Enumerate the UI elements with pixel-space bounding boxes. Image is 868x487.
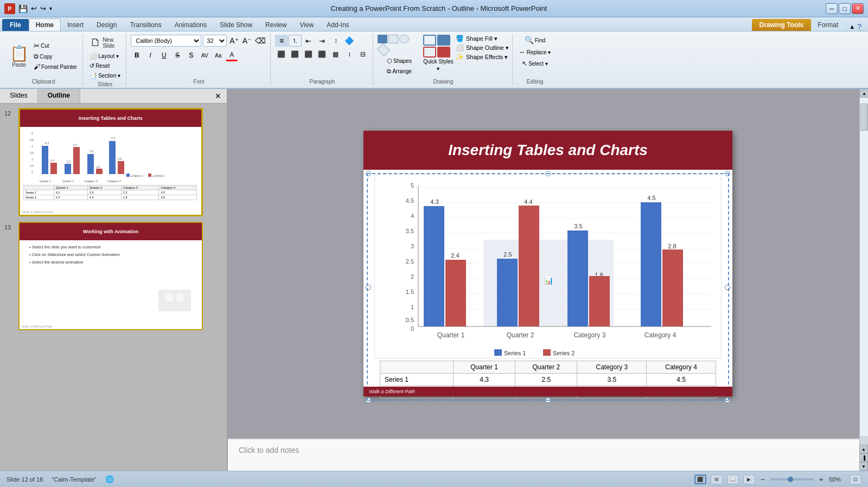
text-direction-button[interactable]: ↕: [343, 48, 356, 60]
char-spacing-button[interactable]: AV: [199, 49, 210, 61]
bold-button[interactable]: B: [131, 49, 143, 61]
decrease-indent-button[interactable]: ⇤: [302, 35, 315, 47]
shadow-button[interactable]: S: [185, 49, 197, 61]
increase-indent-button[interactable]: ⇥: [316, 35, 329, 47]
format-painter-button[interactable]: 🖌 Format Painter: [31, 62, 79, 72]
font-family-select[interactable]: Calibri (Body): [131, 35, 201, 47]
handle-top-right[interactable]: [725, 171, 730, 176]
tab-animations[interactable]: Animations: [168, 19, 213, 31]
handle-right[interactable]: [725, 285, 730, 290]
bullets-button[interactable]: ≡: [275, 35, 288, 47]
find-button[interactable]: 🔍 Find: [522, 35, 547, 46]
cut-button[interactable]: ✂ Cut: [31, 41, 79, 51]
canvas-scroll-step-up[interactable]: ▲: [859, 445, 868, 453]
zoom-slider[interactable]: [770, 478, 814, 480]
normal-view-btn[interactable]: ⬛: [694, 475, 706, 484]
notes-area[interactable]: Click to add notes: [228, 438, 868, 471]
panel-tab-outline[interactable]: Outline: [38, 89, 80, 103]
minimize-button[interactable]: ─: [826, 3, 838, 14]
canvas-scroll-up[interactable]: ▲: [860, 89, 868, 98]
paste-button[interactable]: 📋 Paste: [8, 43, 30, 69]
line-spacing-button[interactable]: ↕: [329, 35, 342, 47]
shape-effects-button[interactable]: ✨ Shape Effects ▾: [456, 53, 509, 61]
slide-thumb-12[interactable]: Inserting Tables and Charts 5 4.5 4 3.5 …: [18, 108, 203, 216]
increase-font-size[interactable]: A⁺: [228, 36, 239, 45]
handle-bottom-left[interactable]: [366, 398, 371, 403]
new-slide-button[interactable]: 🗋 New Slide: [87, 35, 117, 50]
replace-button[interactable]: ↔ Replace ▾: [517, 47, 553, 57]
select-button[interactable]: ↖ Select ▾: [520, 59, 550, 68]
section-button[interactable]: 📑 Section ▾: [87, 71, 123, 80]
numbering-button[interactable]: ⒈: [289, 35, 302, 47]
tab-format[interactable]: Format: [811, 19, 845, 31]
tab-slideshow[interactable]: Slide Show: [213, 19, 259, 31]
tab-drawing-tools[interactable]: Drawing Tools: [752, 19, 812, 31]
columns-button[interactable]: ▦: [329, 48, 342, 60]
shapes-button[interactable]: ⬡ Shapes: [385, 56, 414, 66]
slide-num-12: 12: [4, 110, 15, 117]
panel-tab-slides[interactable]: Slides: [0, 89, 38, 103]
zoom-thumb[interactable]: [788, 477, 793, 482]
canvas-scroll-thumb[interactable]: [860, 104, 868, 131]
decrease-font-size[interactable]: A⁻: [241, 36, 252, 45]
handle-left[interactable]: [366, 285, 371, 290]
svg-text:4.5: 4.5: [406, 197, 414, 204]
add-smartart-button[interactable]: 🔷: [343, 35, 356, 47]
replace-icon: ↔: [519, 48, 526, 56]
ribbon-collapse[interactable]: ▲: [849, 23, 855, 30]
copy-button[interactable]: ⧉ Copy: [31, 52, 79, 61]
tab-review[interactable]: Review: [259, 19, 293, 31]
panel-close-button[interactable]: ✕: [209, 89, 227, 103]
align-center-button[interactable]: ⬛: [289, 48, 302, 60]
slide-canvas[interactable]: Inserting Tables and Charts: [228, 89, 868, 438]
slide-sorter-btn[interactable]: ⊞: [711, 475, 723, 484]
shape-fill-button[interactable]: 🪣 Shape Fill ▾: [456, 35, 509, 42]
layout-button[interactable]: ⬜ Layout ▾: [87, 52, 123, 61]
font-size-select[interactable]: 32: [203, 35, 227, 47]
maximize-button[interactable]: □: [839, 3, 851, 14]
shapes-icon: ⬡: [387, 57, 392, 65]
align-text-button[interactable]: ⊟: [356, 48, 369, 60]
zoom-out-btn[interactable]: −: [760, 475, 766, 484]
quick-save-icon[interactable]: 💾: [18, 4, 28, 13]
help-icon[interactable]: ?: [857, 22, 861, 31]
reading-view-btn[interactable]: 📖: [727, 475, 739, 484]
align-right-button[interactable]: ⬛: [302, 48, 315, 60]
tab-home[interactable]: Home: [29, 18, 61, 31]
fit-window-btn[interactable]: ⊡: [850, 475, 861, 484]
canvas-scroll-step-down[interactable]: ▼: [859, 462, 868, 471]
tab-transitions[interactable]: Transitions: [123, 19, 168, 31]
align-left-button[interactable]: ⬛: [275, 48, 288, 60]
undo-icon[interactable]: ↩: [31, 4, 37, 12]
canvas-scrollbar-v[interactable]: ▲ ▲ ▐ ▼: [859, 89, 868, 471]
strikethrough-button[interactable]: S: [171, 49, 183, 61]
close-button[interactable]: ✕: [852, 3, 864, 14]
slideshow-btn[interactable]: ▶: [743, 475, 755, 484]
reset-button[interactable]: ↺ Reset: [87, 61, 123, 71]
italic-button[interactable]: I: [144, 49, 156, 61]
quick-styles-more[interactable]: ▾: [437, 66, 439, 72]
underline-button[interactable]: U: [158, 49, 170, 61]
tab-view[interactable]: View: [293, 19, 320, 31]
slide-thumb-13[interactable]: Working with Animation Select the slide …: [18, 222, 203, 330]
clear-formatting[interactable]: ⌫: [254, 36, 267, 45]
slide-list[interactable]: 12 Inserting Tables and Charts 5 4.5: [0, 104, 227, 471]
zoom-in-btn[interactable]: +: [818, 475, 825, 484]
arrange-button[interactable]: ⧉ Arrange: [385, 67, 414, 76]
redo-icon[interactable]: ↪: [40, 4, 46, 12]
justify-button[interactable]: ⬛: [316, 48, 329, 60]
change-case-button[interactable]: Aa: [212, 49, 224, 61]
slide-item-13: 13 Working with Animation Select the sli…: [4, 222, 222, 330]
canvas-scroll-step-mid[interactable]: ▐: [859, 453, 868, 462]
shape-outline-button[interactable]: ⬜ Shape Outline ▾: [456, 44, 509, 52]
tab-insert[interactable]: Insert: [61, 19, 90, 31]
svg-text:Series 1: Series 1: [504, 350, 526, 356]
tab-file[interactable]: File: [2, 19, 29, 31]
svg-rect-10: [50, 163, 57, 174]
tab-design[interactable]: Design: [90, 19, 123, 31]
tab-addins[interactable]: Add-Ins: [320, 19, 355, 31]
font-color-button[interactable]: A: [226, 49, 238, 61]
handle-bottom-right[interactable]: [725, 398, 730, 403]
handle-top-left[interactable]: [366, 171, 371, 176]
slide-content-area[interactable]: 📊 5 4.5 4 3.5 3 2.5 2 1.5: [363, 170, 732, 405]
